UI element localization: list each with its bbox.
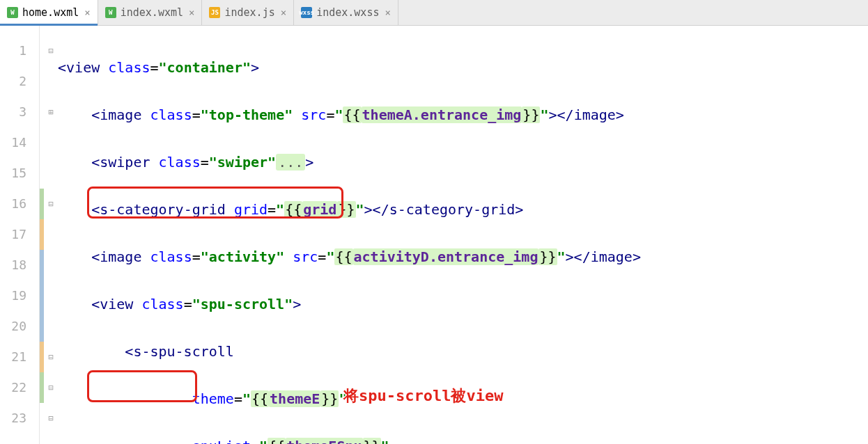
tab-label: index.wxml [121, 6, 183, 19]
code-line: <swiper class="swiper"...> [58, 147, 868, 177]
line-gutter: 123 141516 171819 202122 23 [0, 26, 40, 444]
editor[interactable]: 123 141516 171819 202122 23 ⊟⊞ ⊟ ⊟⊟ ⊟ <v… [0, 26, 868, 444]
tab-home-wxml[interactable]: W home.wxml × [0, 0, 98, 25]
code-line: <view class="container"> [58, 52, 868, 83]
wxss-icon: wxss [301, 7, 312, 18]
wxml-icon: W [7, 7, 18, 18]
tab-bar: W home.wxml × W index.wxml × JS index.js… [0, 0, 868, 26]
wxml-icon: W [105, 7, 116, 18]
highlight-box-2 [87, 370, 197, 402]
close-icon[interactable]: × [385, 7, 390, 18]
tab-index-wxml[interactable]: W index.wxml × [98, 0, 203, 25]
highlight-box-1 [87, 187, 343, 219]
close-icon[interactable]: × [189, 7, 194, 18]
code-area[interactable]: <view class="container"> <image class="t… [58, 26, 868, 444]
code-line: <image class="activity" src="{{activityD… [58, 241, 868, 272]
js-icon: JS [209, 7, 220, 18]
tab-label: index.wxss [316, 6, 379, 19]
close-icon[interactable]: × [84, 7, 90, 18]
tab-label: home.wxml [22, 6, 79, 19]
fold-column[interactable]: ⊟⊞ ⊟ ⊟⊟ ⊟ [44, 26, 58, 444]
tab-index-wxss[interactable]: wxss index.wxss × [294, 0, 398, 25]
tab-index-js[interactable]: JS index.js × [202, 0, 294, 25]
annotation-text: 将spu-scroll被view 包一层，然后再到 view上设置样式 [343, 340, 503, 444]
code-line: <view class="spu-scroll"> [58, 289, 868, 319]
close-icon[interactable]: × [281, 7, 286, 18]
code-line: <image class="top-theme" src="{{themeA.e… [58, 100, 868, 130]
tab-label: index.js [224, 6, 274, 19]
